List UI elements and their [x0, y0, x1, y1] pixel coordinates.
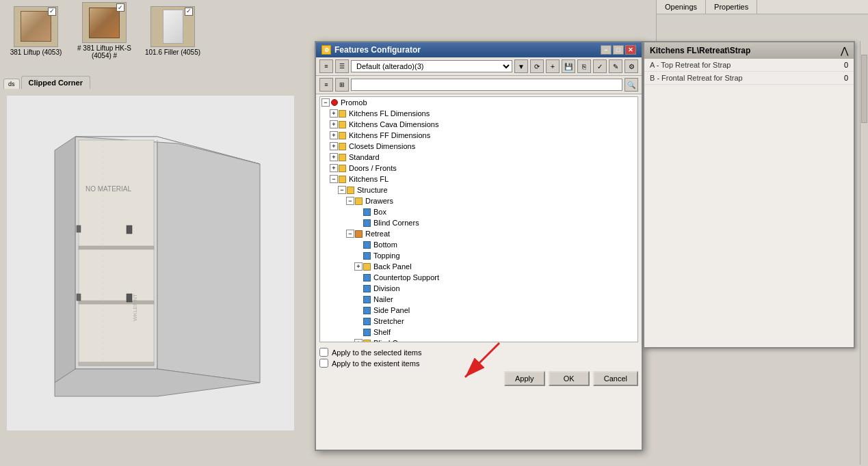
thumbnail-item-1[interactable]: # 381 Liftup HK-S (4054) # — [75, 2, 133, 59]
thumbnail-label-0: 381 Liftup (4053) — [10, 49, 62, 56]
thumbnail-box-2[interactable] — [150, 6, 195, 47]
expander-back-panel[interactable]: + — [354, 262, 363, 271]
tree-item-drawers[interactable]: − Drawers — [320, 195, 637, 206]
expander-doors-fronts[interactable]: + — [330, 164, 338, 172]
props-titlebar: Kitchens FL\Retreat\Strap ⋀ — [644, 42, 854, 59]
tab-properties[interactable]: Properties — [706, 0, 757, 14]
svg-text:WKLEMNT: WKLEMNT — [132, 294, 138, 321]
toolbar-tree-btn[interactable]: ≡ — [319, 59, 333, 73]
expander-blind-corner[interactable]: + — [354, 339, 363, 342]
toolbar-refresh-btn[interactable]: ⟳ — [530, 59, 544, 73]
dialog-title: Features Configurator — [334, 45, 421, 55]
expander-kitchens-cava-dim[interactable]: + — [330, 120, 338, 128]
tab-clipped-corner[interactable]: Clipped Corner — [21, 76, 90, 89]
toolbar-settings-btn[interactable]: ⚙ — [624, 59, 638, 73]
label-standard: Standard — [349, 153, 380, 161]
expander-closets-dim[interactable]: + — [330, 142, 338, 150]
tree-item-blind-corners[interactable]: Blind Corners — [320, 217, 637, 228]
tree-item-topping[interactable]: Topping — [320, 250, 637, 261]
checkbox-apply-selected-label: Apply to the selected items — [332, 348, 421, 357]
red-arrow-indicator — [451, 336, 506, 391]
tree-item-box[interactable]: Box — [320, 206, 637, 217]
icon-kitchens-fl-dim — [338, 109, 347, 118]
tree-item-doors-fronts[interactable]: + Doors / Fronts — [320, 163, 637, 174]
label-countertop-support: Countertop Support — [373, 273, 439, 282]
ok-button[interactable]: OK — [549, 371, 590, 386]
apply-button[interactable]: Apply — [504, 371, 545, 386]
tree-item-bottom[interactable]: Bottom — [320, 239, 637, 250]
props-row-0: A - Top Retreat for Strap 0 — [644, 59, 854, 72]
checkbox-apply-selected[interactable] — [319, 348, 328, 357]
expander-standard[interactable]: + — [330, 153, 338, 161]
cabinet-3d-svg: NO MATERIAL WKLEMNT — [21, 109, 280, 417]
svg-marker-1 — [157, 137, 260, 383]
tree-item-standard[interactable]: + Standard — [320, 152, 637, 163]
toolbar-add-btn[interactable]: + — [546, 59, 560, 73]
toolbar-arrow-btn[interactable]: ▼ — [514, 59, 528, 73]
props-collapse-btn[interactable]: ⋀ — [841, 45, 848, 56]
expander-box — [354, 208, 363, 216]
tab-0[interactable]: ds — [3, 79, 20, 89]
expander-retreat[interactable]: − — [346, 230, 354, 238]
tree-item-side-panel[interactable]: Side Panel — [320, 305, 637, 316]
tree-item-stretcher[interactable]: Stretcher — [320, 316, 637, 327]
tree-item-kitchens-fl[interactable]: − Kitchens FL — [320, 174, 637, 184]
tree-item-structure[interactable]: − Structure — [320, 184, 637, 195]
toolbar-check-btn[interactable]: ✓ — [593, 59, 607, 73]
expander-promob[interactable]: − — [321, 98, 330, 107]
search-list-btn[interactable]: ⊞ — [335, 78, 349, 92]
search-input[interactable] — [351, 79, 622, 91]
dialog-close-btn[interactable]: ✕ — [625, 45, 636, 55]
toolbar-edit-btn[interactable]: ✎ — [609, 59, 622, 73]
tree-item-countertop-support[interactable]: Countertop Support — [320, 272, 637, 283]
thumbnail-box-1[interactable] — [82, 2, 127, 43]
tree-item-division[interactable]: Division — [320, 283, 637, 294]
expander-kitchens-fl[interactable]: − — [330, 175, 338, 183]
tree-item-promob[interactable]: − Promob — [320, 97, 637, 108]
search-tree-btn[interactable]: ≡ — [319, 78, 333, 92]
expander-kitchens-fl-dim[interactable]: + — [330, 109, 338, 118]
checkbox-apply-existent[interactable] — [319, 359, 328, 368]
dialog-minimize-btn[interactable]: − — [601, 45, 611, 55]
expander-drawers[interactable]: − — [346, 197, 354, 205]
tab-openings[interactable]: Openings — [657, 0, 706, 14]
toolbar-save-btn[interactable]: 💾 — [562, 59, 575, 73]
dialog-maximize-btn[interactable]: □ — [613, 45, 624, 55]
expander-structure[interactable]: − — [338, 186, 346, 194]
toolbar-list-btn[interactable]: ☰ — [335, 59, 349, 73]
tree-item-back-panel[interactable]: + Back Panel — [320, 261, 637, 272]
dialog-toolbar: ≡ ☰ Default (alterado)(3) ▼ ⟳ + 💾 ⎘ ✓ ✎ … — [316, 57, 642, 76]
tree-item-closets-dim[interactable]: + Closets Dimensions — [320, 141, 637, 152]
right-panel-tabs: Openings Properties — [657, 0, 868, 14]
label-promob: Promob — [341, 98, 367, 107]
label-drawers: Drawers — [365, 197, 393, 205]
props-label-1: B - Frontal Retreat for Strap — [650, 74, 807, 82]
thumbnail-item-2[interactable]: 101.6 Filler (4055) — [144, 6, 202, 56]
expander-blind-corners — [354, 219, 363, 227]
label-blind-corner: Blind Corner — [373, 339, 415, 342]
thumbnail-box-0[interactable] — [14, 6, 58, 47]
tabs-bar: ds Clipped Corner — [0, 68, 315, 89]
icon-box — [363, 207, 372, 217]
thumbnail-item-0[interactable]: 381 Liftup (4053) — [7, 6, 65, 56]
label-side-panel: Side Panel — [373, 306, 410, 314]
tree-item-kitchens-cava-dim[interactable]: + Kitchens Cava Dimensions — [320, 119, 637, 130]
tree-item-nailer[interactable]: Nailer — [320, 294, 637, 305]
tree-item-kitchens-fl-dim[interactable]: + Kitchens FL Dimensions — [320, 108, 637, 119]
tree-item-retreat[interactable]: − Retreat — [320, 228, 637, 239]
label-stretcher: Stretcher — [373, 317, 404, 325]
tree-item-kitchens-ff-dim[interactable]: + Kitchens FF Dimensions — [320, 130, 637, 141]
profile-dropdown[interactable]: Default (alterado)(3) — [351, 60, 512, 72]
search-submit-btn[interactable]: 🔍 — [624, 78, 638, 92]
cancel-button[interactable]: Cancel — [593, 371, 638, 386]
right-scrollbar[interactable] — [860, 41, 868, 465]
feature-tree[interactable]: − Promob + Kitchens FL Dimensions + Kitc… — [319, 96, 638, 342]
icon-doors-fronts — [338, 163, 347, 173]
expander-kitchens-ff-dim[interactable]: + — [330, 131, 338, 139]
label-kitchens-fl-dim: Kitchens FL Dimensions — [349, 109, 430, 118]
scrollbar-thumb[interactable] — [861, 55, 867, 123]
svg-text:NO MATERIAL: NO MATERIAL — [86, 185, 131, 193]
label-bottom: Bottom — [373, 241, 397, 249]
svg-rect-10 — [77, 294, 81, 301]
toolbar-copy-btn[interactable]: ⎘ — [577, 59, 591, 73]
